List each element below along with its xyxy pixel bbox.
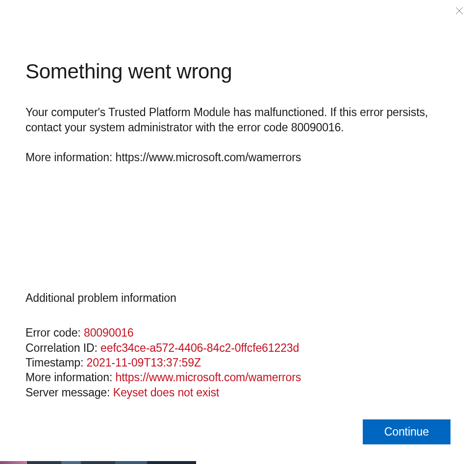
additional-info-heading: Additional problem information: [25, 292, 451, 305]
correlation-id-label: Correlation ID:: [25, 342, 100, 354]
timestamp-row: Timestamp: 2021-11-09T13:37:59Z: [25, 355, 451, 370]
continue-button[interactable]: Continue: [363, 419, 451, 444]
server-message-row: Server message: Keyset does not exist: [25, 385, 451, 400]
server-message-value: Keyset does not exist: [113, 386, 220, 399]
more-info-value: https://www.microsoft.com/wamerrors: [116, 371, 301, 384]
more-info-row: More information: https://www.microsoft.…: [25, 370, 451, 385]
more-info-label: More information:: [25, 371, 116, 384]
titlebar: [0, 0, 476, 22]
timestamp-label: Timestamp:: [25, 356, 87, 369]
taskbar-segment: [147, 461, 196, 464]
taskbar-segment: [0, 461, 27, 464]
additional-info-section: Additional problem information Error cod…: [25, 292, 451, 400]
timestamp-value: 2021-11-09T13:37:59Z: [87, 356, 201, 369]
taskbar-segment: [115, 461, 147, 464]
taskbar-strip: [0, 461, 196, 464]
close-icon: [455, 7, 463, 15]
correlation-id-value: eefc34ce-a572-4406-84c2-0ffcfe61223d: [100, 342, 299, 354]
taskbar-segment: [61, 461, 81, 464]
close-button[interactable]: [453, 5, 465, 17]
dialog-content: Something went wrong Your computer's Tru…: [0, 22, 476, 461]
taskbar-segment: [81, 461, 115, 464]
correlation-id-row: Correlation ID: eefc34ce-a572-4406-84c2-…: [25, 341, 451, 355]
error-code-value: 80090016: [84, 326, 134, 339]
error-code-row: Error code: 80090016: [25, 325, 451, 340]
error-code-label: Error code:: [25, 326, 84, 339]
more-info-text: More information: https://www.microsoft.…: [25, 150, 451, 165]
error-description: Your computer's Trusted Platform Module …: [25, 105, 451, 135]
button-row: Continue: [25, 419, 451, 444]
error-heading: Something went wrong: [25, 60, 451, 83]
taskbar-segment: [27, 461, 61, 464]
server-message-label: Server message:: [25, 386, 113, 399]
